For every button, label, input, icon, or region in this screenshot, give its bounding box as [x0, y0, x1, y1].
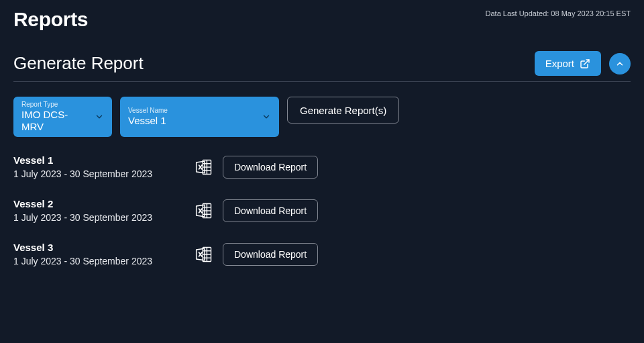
- result-row: Vessel 2 1 July 2023 - 30 September 2023…: [13, 198, 631, 223]
- excel-file-icon: [195, 158, 213, 177]
- result-info: Vessel 3 1 July 2023 - 30 September 2023: [13, 242, 195, 266]
- result-row: Vessel 3 1 July 2023 - 30 September 2023…: [13, 242, 631, 266]
- vessel-name-label: Vessel Name: [128, 107, 255, 115]
- download-report-button[interactable]: Download Report: [223, 156, 318, 179]
- report-type-value: IMO DCS-MRV: [21, 109, 88, 133]
- excel-file-icon: [195, 201, 213, 220]
- vessel-name-select[interactable]: Vessel Name Vessel 1: [120, 97, 279, 137]
- chevron-up-icon: [615, 59, 625, 68]
- svg-line-0: [584, 60, 589, 64]
- results-list: Vessel 1 1 July 2023 - 30 September 2023…: [13, 154, 631, 266]
- export-button[interactable]: Export: [535, 51, 601, 76]
- result-date-range: 1 July 2023 - 30 September 2023: [13, 256, 195, 266]
- result-date-range: 1 July 2023 - 30 September 2023: [13, 168, 195, 179]
- chevron-down-icon: [262, 112, 271, 121]
- download-report-button[interactable]: Download Report: [223, 243, 318, 266]
- vessel-name-value: Vessel 1: [128, 115, 255, 127]
- result-date-range: 1 July 2023 - 30 September 2023: [13, 212, 195, 223]
- result-vessel-name: Vessel 3: [13, 242, 195, 253]
- result-info: Vessel 1 1 July 2023 - 30 September 2023: [13, 154, 195, 179]
- external-link-icon: [580, 58, 590, 69]
- last-updated-text: Data Last Updated: 08 May 2023 20:15 EST: [486, 8, 631, 17]
- result-info: Vessel 2 1 July 2023 - 30 September 2023: [13, 198, 195, 223]
- result-vessel-name: Vessel 2: [13, 198, 195, 209]
- download-report-button[interactable]: Download Report: [223, 199, 318, 222]
- report-type-select[interactable]: Report Type IMO DCS-MRV: [13, 97, 112, 137]
- result-vessel-name: Vessel 1: [13, 154, 195, 166]
- section-title: Generate Report: [13, 53, 144, 74]
- collapse-button[interactable]: [609, 53, 631, 75]
- chevron-down-icon: [95, 112, 104, 121]
- filters-row: Report Type IMO DCS-MRV Vessel Name Vess…: [13, 97, 631, 137]
- header-actions: Export: [535, 51, 631, 76]
- export-button-label: Export: [545, 58, 574, 69]
- report-type-label: Report Type: [21, 101, 88, 109]
- result-row: Vessel 1 1 July 2023 - 30 September 2023…: [13, 154, 631, 179]
- generate-reports-button[interactable]: Generate Report(s): [287, 97, 399, 124]
- section-header: Generate Report Export: [13, 51, 631, 82]
- excel-file-icon: [195, 245, 213, 264]
- page-title: Reports: [13, 8, 88, 31]
